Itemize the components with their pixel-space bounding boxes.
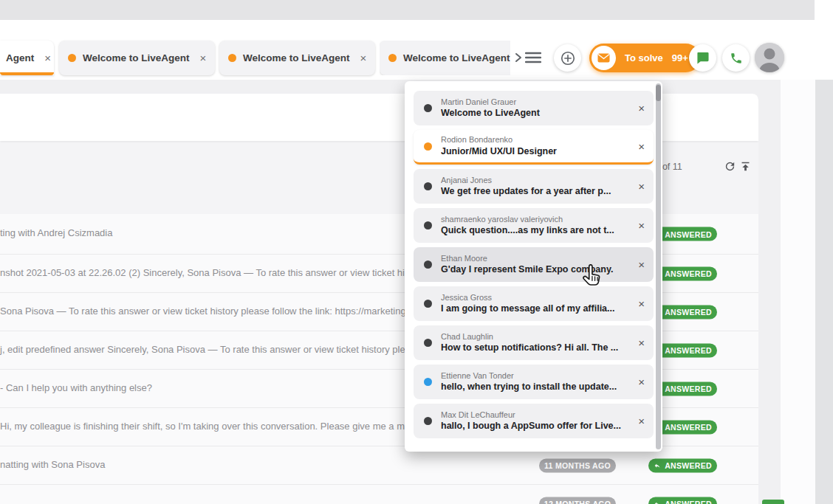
close-icon[interactable]: × bbox=[638, 102, 645, 114]
ticket-subject: How to setup notifications? Hi all. The … bbox=[441, 342, 632, 354]
envelope-icon bbox=[592, 46, 616, 70]
chats-button[interactable] bbox=[689, 44, 716, 72]
close-icon[interactable]: × bbox=[44, 52, 51, 64]
reply-arrow-icon bbox=[654, 500, 661, 504]
ticket-customer-name: Anjanai Jones bbox=[441, 175, 632, 186]
right-edge-band bbox=[815, 80, 833, 504]
time-badge: 11 MONTHS AGO bbox=[539, 458, 616, 472]
tab-label: Welcome to LiveAgent bbox=[83, 52, 190, 63]
open-tickets-menu-icon[interactable] bbox=[523, 49, 544, 66]
ticket-row-text: Hi, my colleague is finishing their shif… bbox=[0, 420, 405, 431]
dropdown-scrollbar[interactable] bbox=[656, 83, 661, 449]
ticket-row-text: natting with Sona Pisova bbox=[0, 458, 105, 469]
open-ticket-item[interactable]: Max Dit LeChauffeur hallo, I bough a App… bbox=[414, 404, 654, 438]
close-icon[interactable]: × bbox=[360, 52, 367, 64]
ticket-subject: Quick question....as my links are not t.… bbox=[441, 224, 632, 237]
status-badge: ANSWERED bbox=[648, 497, 717, 504]
ticket-dot-icon bbox=[68, 54, 76, 62]
ticket-customer-name: Ettienne Van Tonder bbox=[441, 370, 632, 382]
ticket-customer-name: Ethan Moore bbox=[441, 253, 632, 264]
close-icon[interactable]: × bbox=[638, 376, 645, 388]
tab-label: Welcome to LiveAgent bbox=[403, 52, 510, 63]
reply-arrow-icon bbox=[654, 462, 661, 469]
open-ticket-item[interactable]: Anjanai Jones We get free updates for a … bbox=[414, 169, 654, 204]
open-ticket-item[interactable]: Ettienne Van Tonder hello, when trying t… bbox=[414, 365, 654, 399]
tab-welcome-3[interactable]: Welcome to LiveAgent × bbox=[380, 41, 510, 75]
close-icon[interactable]: × bbox=[638, 258, 645, 271]
to-solve-label: To solve bbox=[625, 52, 663, 63]
ticket-row-text: Sona Pisova — To rate this answer or vie… bbox=[0, 305, 406, 316]
time-badge: 12 MONTHS AGO bbox=[539, 497, 616, 504]
ticket-customer-name: Chad Laughlin bbox=[441, 331, 632, 342]
tab-welcome-2[interactable]: Welcome to LiveAgent × bbox=[219, 41, 375, 75]
close-icon[interactable]: × bbox=[638, 219, 645, 232]
refresh-icon[interactable] bbox=[724, 160, 736, 173]
right-gutter-band bbox=[781, 80, 815, 504]
open-ticket-item[interactable]: Chad Laughlin How to setup notifications… bbox=[414, 325, 654, 360]
ticket-subject: G'day I represent Smile Expo company. bbox=[441, 263, 632, 276]
status-badge: ANSWERED bbox=[648, 458, 717, 472]
ticket-customer-name: Rodion Bondarenko bbox=[441, 134, 632, 145]
ticket-subject: Junior/Mid UX/UI Designer bbox=[441, 145, 632, 158]
ticket-dot-icon bbox=[424, 260, 432, 269]
ticket-dot-icon bbox=[388, 54, 397, 62]
ticket-row[interactable]: 12 MONTHS AGO ANSWERED bbox=[0, 485, 758, 504]
ticket-dot-icon bbox=[424, 142, 432, 151]
close-icon[interactable]: × bbox=[638, 297, 645, 310]
chat-bubble-icon bbox=[696, 52, 709, 64]
calls-button[interactable] bbox=[722, 44, 750, 72]
ticket-dot-icon bbox=[424, 339, 432, 347]
liveagent-app-window: Agent × Welcome to LiveAgent × Welcome t… bbox=[0, 0, 833, 504]
ticket-dot-icon bbox=[424, 417, 432, 425]
close-icon[interactable]: × bbox=[638, 140, 645, 153]
ticket-row-text: nshot 2021-05-03 at 22.26.02 (2) Sincere… bbox=[0, 266, 409, 277]
add-ticket-button[interactable] bbox=[554, 44, 581, 72]
ticket-dot-icon bbox=[228, 54, 236, 62]
open-tickets-dropdown: Martin Daniel Grauer Welcome to LiveAgen… bbox=[405, 81, 662, 452]
ticket-subject: We get free updates for a year after p..… bbox=[441, 185, 632, 198]
tab-label: Welcome to LiveAgent bbox=[243, 52, 350, 63]
ticket-dot-icon bbox=[424, 221, 432, 229]
ticket-subject: hallo, I bough a AppSumo offer for Live.… bbox=[441, 420, 632, 432]
open-ticket-item[interactable]: Jessica Gross I am going to message all … bbox=[414, 286, 654, 321]
open-ticket-item[interactable]: shamraenko yaroslav valeriyovich Quick q… bbox=[414, 208, 654, 243]
tab-welcome-1[interactable]: Welcome to LiveAgent × bbox=[59, 41, 215, 75]
to-solve-count: 99+ bbox=[672, 52, 688, 63]
tab-welcome-3-clipped[interactable]: Welcome to LiveAgent × bbox=[380, 41, 510, 75]
scroll-to-top-icon[interactable] bbox=[739, 160, 752, 173]
floating-chat-button[interactable] bbox=[762, 500, 784, 504]
ticket-customer-name: shamraenko yaroslav valeriyovich bbox=[441, 214, 632, 225]
ticket-dot-icon bbox=[424, 182, 432, 190]
tab-agent[interactable]: Agent × bbox=[0, 41, 54, 75]
tab-label: Agent bbox=[6, 52, 34, 63]
open-ticket-item-hovered[interactable]: Ethan Moore G'day I represent Smile Expo… bbox=[414, 247, 654, 282]
ticket-dot-icon bbox=[424, 378, 432, 386]
phone-icon bbox=[730, 52, 743, 65]
ticket-customer-name: Martin Daniel Grauer bbox=[441, 97, 632, 108]
open-ticket-item[interactable]: Martin Daniel Grauer Welcome to LiveAgen… bbox=[414, 91, 654, 125]
close-icon[interactable]: × bbox=[200, 52, 207, 64]
close-icon[interactable]: × bbox=[638, 415, 645, 427]
window-title-strip bbox=[0, 0, 815, 20]
ticket-subject: hello, when trying to install the update… bbox=[441, 381, 632, 393]
ticket-dot-icon bbox=[424, 300, 432, 308]
ticket-dot-icon bbox=[424, 104, 432, 112]
agent-avatar[interactable] bbox=[755, 43, 784, 72]
ticket-row-text: ting with Andrej Csizmadia bbox=[0, 227, 112, 238]
ticket-subject: I am going to message all of my affilia.… bbox=[441, 303, 632, 315]
open-ticket-item-active[interactable]: Rodion Bondarenko Junior/Mid UX/UI Desig… bbox=[414, 130, 654, 165]
close-icon[interactable]: × bbox=[638, 336, 645, 349]
ticket-row[interactable]: natting with Sona Pisova 11 MONTHS AGO A… bbox=[0, 446, 758, 485]
close-icon[interactable]: × bbox=[638, 180, 645, 193]
ticket-customer-name: Max Dit LeChauffeur bbox=[441, 410, 632, 421]
ticket-customer-name: Jessica Gross bbox=[441, 292, 632, 303]
ticket-row-text: j, edit predefined answer Sincerely, Son… bbox=[0, 343, 411, 354]
to-solve-button[interactable]: To solve 99+ bbox=[589, 44, 700, 72]
dropdown-scrollbar-thumb[interactable] bbox=[656, 85, 661, 101]
ticket-row-text: - Can I help you with anything else? bbox=[0, 382, 152, 393]
ticket-subject: Welcome to LiveAgent bbox=[441, 107, 632, 120]
